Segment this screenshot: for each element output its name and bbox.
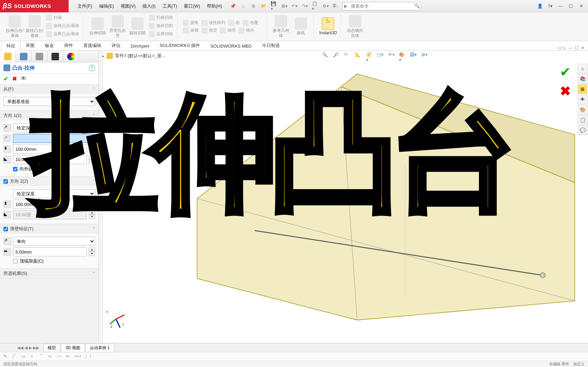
bottom-tab-model[interactable]: 模型 (43, 344, 60, 352)
taskpane-design-icon[interactable]: ⊞ (578, 84, 587, 94)
circle-tool-icon[interactable]: ○ (30, 354, 36, 360)
dir1-draft-input[interactable] (13, 155, 87, 164)
close-icon[interactable]: ✕ (576, 2, 586, 10)
dynamic-mirror-button[interactable]: 动态镜向实体 (345, 14, 365, 39)
cancel-button[interactable]: ✖ (12, 75, 17, 83)
mirror-button[interactable]: 镜向 (237, 27, 256, 34)
section-view-icon[interactable]: 📐 (355, 52, 363, 60)
tab-features[interactable]: 特征 (1, 41, 21, 51)
mirror-tool-icon[interactable]: ⟷ (75, 354, 81, 360)
zoom-area-icon[interactable]: 🔎 (333, 52, 341, 60)
taskpane-property-icon[interactable]: 📋 (578, 115, 587, 125)
search-scope-icon[interactable]: ▶ (343, 3, 349, 9)
tab-sketch[interactable]: 草图 (21, 40, 40, 50)
boundary-button[interactable]: 边界凸台/基体 (45, 30, 81, 38)
menu-insert[interactable]: 插入(I) (140, 2, 158, 11)
doc-minimize-icon[interactable]: — (568, 45, 573, 50)
bottom-tab-motion[interactable]: 运动算例 1 (85, 344, 114, 352)
linear-pattern-button[interactable]: 线性阵列 (200, 19, 227, 27)
tab-mbd[interactable]: SOLIDWORKS MBD (205, 41, 257, 50)
thin-thickness-input[interactable] (13, 247, 87, 256)
sketch-tool-icon[interactable]: ✎ (3, 354, 10, 360)
trim-tool-icon[interactable]: ✂ (66, 354, 72, 360)
instant3d-button[interactable]: 📐Instant3D (318, 14, 338, 39)
line-tool-icon[interactable]: ╱ (12, 354, 19, 360)
depth-spinner[interactable]: ▲▼ (89, 145, 95, 153)
thin-dir-icon[interactable]: ↗ (3, 237, 11, 245)
feature-help-icon[interactable]: ? (89, 65, 95, 71)
ref-geometry-button[interactable]: 参考几何体 (271, 14, 291, 39)
rib-button[interactable]: 筋 (227, 19, 241, 27)
dir2-enable-checkbox[interactable] (3, 179, 8, 184)
viewport[interactable]: ▸ 零件7 (默认<<默认>_显... 🔍 🔎 ↶ 📐 🧭▾ ◫▾ 👁▾ 🎨▾ … (99, 51, 588, 343)
depth2-spinner[interactable]: ▲▼ (89, 200, 95, 208)
tab-direct-edit[interactable]: 直接编辑 (78, 40, 106, 50)
taskpane-view-icon[interactable]: 👁 (578, 95, 587, 104)
fillet-button[interactable]: 圆角 (181, 19, 200, 27)
thickness-spinner[interactable]: ▲▼ (89, 248, 95, 256)
pattern-tool-icon[interactable]: ⋮⋮ (84, 354, 90, 360)
dir2-depth-input[interactable] (13, 200, 87, 209)
tab-today[interactable]: 今日制造 (257, 40, 285, 50)
hide-show-icon[interactable]: 👁▾ (388, 52, 396, 60)
curves-button[interactable]: 曲线 (291, 14, 311, 39)
intersect-button[interactable]: 相交 (200, 27, 219, 34)
thin-type-select[interactable]: 单向 (13, 237, 95, 246)
boundary-cut-button[interactable]: 边界切除 (148, 30, 174, 38)
open-icon[interactable]: 📂 (260, 3, 267, 10)
breadcrumb[interactable]: 零件7 (默认<<默认>_显... (115, 53, 165, 59)
help-icon[interactable]: ?▾ (545, 2, 555, 10)
bottom-tab-nav-left[interactable]: ◀◀ ◀ ▶ ▶▶ (17, 345, 39, 350)
save-icon[interactable]: 💾▾ (271, 3, 278, 10)
zoom-fit-icon[interactable]: 🔍 (322, 52, 330, 60)
minimize-icon[interactable]: — (556, 2, 565, 10)
menu-tools[interactable]: 工具(T) (160, 2, 180, 11)
dir1-vector-input[interactable] (13, 134, 95, 143)
thin-enable-checkbox[interactable] (3, 227, 8, 231)
view-triad[interactable]: x y z (106, 309, 126, 329)
tab-sheetmetal[interactable]: 钣金 (40, 40, 59, 50)
extrude-boss-button[interactable]: 拉伸凸台/基体 (5, 14, 25, 39)
doc-prev-icon[interactable]: ◁ (557, 45, 561, 50)
bottom-tab-3dview[interactable]: 3D 视图 (61, 344, 85, 352)
sweep-cut-button[interactable]: 扫描切除 (148, 14, 174, 22)
preview-button[interactable]: 👁 (21, 75, 27, 83)
print-icon[interactable]: 🖶▾ (281, 3, 288, 10)
ok-button[interactable]: ✔ (3, 75, 9, 83)
view-orient-icon[interactable]: 🧭▾ (366, 52, 374, 60)
taskpane-home-icon[interactable]: ⌂ (578, 64, 587, 73)
wrap-button[interactable]: 包覆 (241, 19, 260, 27)
dir1-type-select[interactable]: 给定深度 (13, 123, 95, 132)
confirm-cancel-icon[interactable]: ✖ (560, 84, 571, 99)
reverse-dir-icon[interactable]: ↗ (3, 124, 11, 132)
draft-button[interactable]: 拔模 (181, 27, 200, 34)
doc-next-icon[interactable]: ▷ (563, 45, 566, 50)
draft-icon[interactable]: ◣ (3, 156, 11, 163)
tab-evaluate[interactable]: 评估 (106, 40, 126, 50)
hole-wizard-button[interactable]: 异型孔向导 (108, 14, 128, 39)
panel-tab-feature[interactable] (0, 51, 16, 62)
loft-button[interactable]: 放样凸台/基体 (45, 22, 81, 30)
section-from-header[interactable]: 从(F) ˄ (0, 84, 98, 94)
rebuild-icon[interactable]: 📋▾ (312, 3, 319, 10)
search-input[interactable] (349, 3, 413, 9)
redo-icon[interactable]: ↷▾ (302, 3, 308, 10)
display-style-icon[interactable]: ◫▾ (377, 52, 385, 60)
prev-view-icon[interactable]: ↶ (344, 52, 352, 60)
pin-icon[interactable]: 📌 (230, 3, 236, 10)
panel-tab-dim[interactable] (47, 51, 63, 62)
edit-appearance-icon[interactable]: 🎨▾ (399, 52, 407, 60)
revolve-cut-button[interactable]: 旋转切除 (128, 14, 148, 39)
maximize-icon[interactable]: ☐ (566, 2, 576, 10)
menu-window[interactable]: 窗口(W) (181, 2, 203, 11)
search-box[interactable]: ▶ 🔍 (342, 2, 421, 10)
section-dir2-header[interactable]: 方向 2(2) ˄ (0, 176, 98, 186)
taskpane-appearance-icon[interactable]: 🎨 (578, 105, 587, 114)
dir-arrow-icon[interactable]: ↗ (3, 135, 11, 142)
revolve-boss-button[interactable]: 旋转凸台/基体 (25, 14, 45, 39)
tab-addins[interactable]: SOLIDWORKS 插件 (154, 40, 205, 50)
doc-close-icon[interactable]: ✕ (581, 45, 585, 50)
extrude-cut-button[interactable]: 拉伸切除 (88, 14, 108, 39)
undo-icon[interactable]: ↶▾ (291, 3, 298, 10)
confirm-ok-icon[interactable]: ✔ (560, 64, 571, 79)
